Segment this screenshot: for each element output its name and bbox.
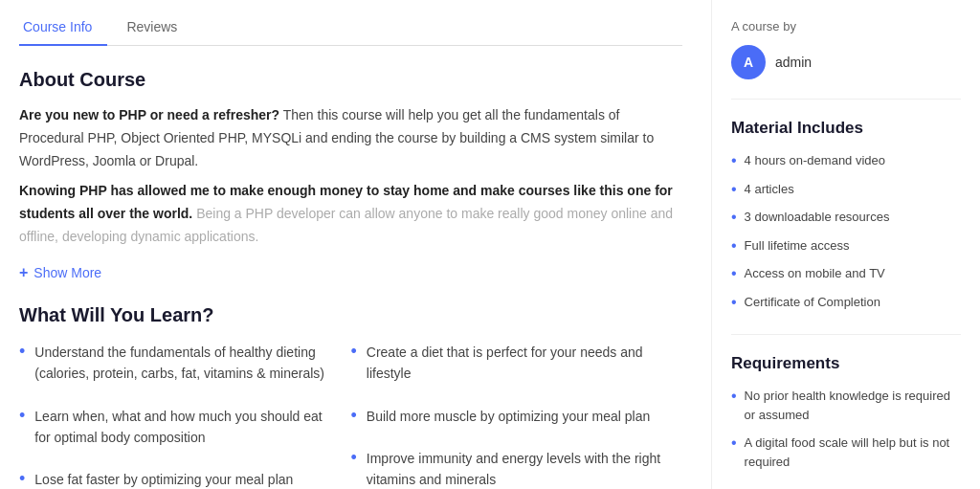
bullet-icon: • (19, 469, 25, 489)
bullet-icon: • (351, 448, 357, 469)
show-more-label: Show More (33, 265, 101, 280)
bullet-icon: • (351, 406, 357, 427)
show-more-button[interactable]: + Show More (19, 264, 682, 281)
list-item: 4 articles (731, 180, 961, 199)
list-item: • Build more muscle by optimizing your m… (351, 406, 664, 427)
list-item: • Create a diet that is perfect for your… (351, 342, 664, 385)
sidebar: A course by A admin Material Includes 4 … (712, 0, 980, 489)
about-paragraph-2: Knowing PHP has allowed me to make enoug… (19, 180, 682, 248)
course-by-label: A course by (731, 19, 961, 33)
about-bold-1: Are you new to PHP or need a refresher? (19, 107, 279, 122)
instructor-name: admin (775, 55, 812, 70)
avatar: A (731, 45, 766, 79)
bullet-icon: • (19, 342, 25, 363)
list-item: • Understand the fundamentals of healthy… (19, 342, 332, 385)
requirements-title: Requirements (731, 354, 961, 373)
bullet-icon: • (351, 342, 357, 363)
list-item: Access on mobile and TV (731, 264, 961, 283)
learn-section: What Will You Learn? • Understand the fu… (19, 304, 682, 489)
page-container: Course Info Reviews About Course Are you… (0, 0, 980, 489)
list-item: • Learn when, what and how much you shou… (19, 406, 332, 449)
learn-item-text: Learn when, what and how much you should… (34, 406, 331, 449)
tab-reviews[interactable]: Reviews (122, 10, 192, 46)
list-item: • Improve immunity and energy levels wit… (351, 448, 664, 489)
learn-title: What Will You Learn? (19, 304, 682, 326)
tabs-bar: Course Info Reviews (19, 10, 682, 46)
learn-item-text: Improve immunity and energy levels with … (367, 448, 663, 489)
material-title: Material Includes (731, 119, 961, 138)
list-item: • Lose fat faster by optimizing your mea… (19, 469, 332, 489)
requirements-list: No prior health knowledge is required or… (731, 387, 961, 471)
learn-item-text: Build more muscle by optimizing your mea… (367, 406, 650, 427)
requirements-section: Requirements No prior health knowledge i… (731, 354, 961, 471)
bullet-icon: • (19, 406, 25, 427)
about-paragraph-1: Are you new to PHP or need a refresher? … (19, 104, 682, 172)
learn-grid: • Understand the fundamentals of healthy… (19, 342, 682, 489)
learn-col-right: • Create a diet that is perfect for your… (351, 342, 683, 489)
divider (731, 334, 961, 335)
main-content: Course Info Reviews About Course Are you… (0, 0, 712, 489)
learn-item-text: Create a diet that is perfect for your n… (367, 342, 663, 385)
learn-item-text: Understand the fundamentals of healthy d… (34, 342, 331, 385)
list-item: 3 downloadable resources (731, 208, 961, 227)
list-item: No prior health knowledge is required or… (731, 387, 961, 424)
about-title: About Course (19, 69, 682, 91)
plus-icon: + (19, 264, 28, 281)
learn-col-left: • Understand the fundamentals of healthy… (19, 342, 351, 489)
material-list: 4 hours on-demand video 4 articles 3 dow… (731, 151, 961, 311)
list-item: Full lifetime access (731, 236, 961, 256)
tab-course-info[interactable]: Course Info (19, 10, 107, 46)
list-item: A digital food scale will help but is no… (731, 433, 961, 471)
learn-item-text: Lose fat faster by optimizing your meal … (34, 469, 293, 489)
instructor-row: A admin (731, 45, 961, 100)
about-section: About Course Are you new to PHP or need … (19, 69, 682, 249)
list-item: 4 hours on-demand video (731, 151, 961, 170)
list-item: Certificate of Completion (731, 293, 961, 312)
